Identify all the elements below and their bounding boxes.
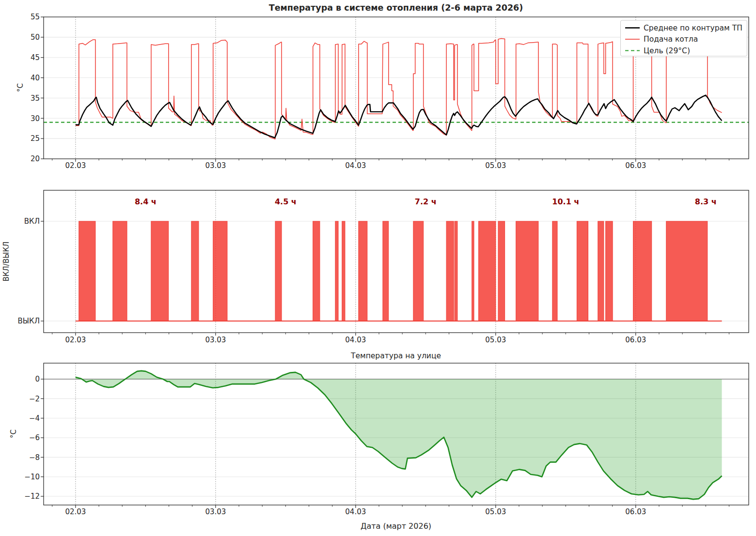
boiler-on-bar <box>113 221 127 321</box>
x-tick-label: 05.03 <box>485 161 506 170</box>
x-tick-label: 03.03 <box>205 336 226 344</box>
x-tick-label: 06.03 <box>625 336 646 344</box>
x-tick-label: 05.03 <box>485 507 506 516</box>
x-tick-label: 02.03 <box>65 161 86 170</box>
boiler-on-bar <box>313 221 320 321</box>
avg-circuits-line <box>76 95 722 138</box>
boiler-on-bar <box>479 221 496 321</box>
boiler-on-bar <box>606 221 613 321</box>
y-tick-label: −10 <box>24 473 40 481</box>
boiler-on-bar <box>413 221 424 321</box>
daily-hours-annotation: 10.1 ч <box>552 197 579 206</box>
daily-hours-annotation: 8.3 ч <box>695 197 717 206</box>
boiler-on-bar <box>455 221 457 321</box>
x-tick-label: 05.03 <box>485 336 506 344</box>
boiler-on-bar <box>359 221 367 321</box>
boiler-on-bar <box>516 221 538 321</box>
y-tick-label: −4 <box>29 414 40 423</box>
y-tick-label: 25 <box>31 134 40 143</box>
x-tick-label: 03.03 <box>205 507 226 516</box>
y-tick-label: 55 <box>31 13 40 21</box>
x-tick-label: 04.03 <box>345 161 366 170</box>
legend-label: Среднее по контурам ТП <box>644 24 742 32</box>
x-tick-label: 06.03 <box>625 161 646 170</box>
heating-dashboard-figure: 8.4 ч4.5 ч7.2 ч10.1 ч8.3 ч02.0302.0302.0… <box>0 0 756 536</box>
legend-label: Цель (29°C) <box>644 46 690 55</box>
y-tick-label: ВКЛ <box>24 217 40 226</box>
legend: Среднее по контурам ТППодача котлаЦель (… <box>621 20 747 56</box>
boiler-on-bar <box>577 221 588 321</box>
boiler-on-bar <box>335 221 338 321</box>
daily-hours-annotation: 4.5 ч <box>275 197 297 206</box>
boiler-on-bar <box>498 221 505 321</box>
panel1-ylabel: °C <box>16 83 25 92</box>
legend-label: Подача котла <box>644 35 698 44</box>
y-tick-label: 30 <box>31 114 40 123</box>
boiler-on-bar <box>79 221 95 321</box>
panel3-ylabel: °C <box>9 429 18 438</box>
x-tick-label: 06.03 <box>625 507 646 516</box>
panel2-ylabel: ВКЛ/ВЫКЛ <box>2 242 11 282</box>
panel-boiler-onoff: 8.4 ч4.5 ч7.2 ч10.1 ч8.3 ч <box>76 197 722 321</box>
panel-outdoor-temperature <box>76 371 722 499</box>
boiler-on-bar <box>666 221 708 321</box>
outdoor-temp-area <box>76 371 722 499</box>
y-tick-label: −2 <box>29 395 40 403</box>
boiler-on-bar <box>446 221 454 321</box>
y-tick-label: 35 <box>31 94 40 103</box>
boiler-on-bar <box>472 221 474 321</box>
daily-hours-annotation: 8.4 ч <box>135 197 157 206</box>
x-tick-label: 03.03 <box>205 161 226 170</box>
y-tick-label: 50 <box>31 33 40 42</box>
boiler-on-bar <box>383 221 389 321</box>
y-tick-label: ВЫКЛ <box>18 317 40 325</box>
x-axis-label: Дата (март 2026) <box>361 521 431 531</box>
y-tick-label: 45 <box>31 53 40 62</box>
y-tick-label: 20 <box>31 154 40 163</box>
y-tick-label: −12 <box>24 492 40 501</box>
y-tick-label: −8 <box>29 453 40 462</box>
x-tick-label: 04.03 <box>345 507 366 516</box>
boiler-on-bar <box>342 221 345 321</box>
figure-title: Температура в системе отопления (2-6 мар… <box>269 3 523 13</box>
x-tick-label: 04.03 <box>345 336 366 344</box>
boiler-on-bar <box>151 221 169 321</box>
boiler-on-bar <box>213 221 227 321</box>
daily-hours-annotation: 7.2 ч <box>415 197 437 206</box>
boiler-on-bar <box>275 221 282 321</box>
y-tick-label: −6 <box>29 433 40 442</box>
boiler-on-bar <box>598 221 604 321</box>
x-tick-label: 02.03 <box>65 336 86 344</box>
y-tick-label: 0 <box>35 375 40 383</box>
x-tick-label: 02.03 <box>65 507 86 516</box>
boiler-on-bar <box>633 221 652 321</box>
outdoor-panel-title: Температура на улице <box>350 352 441 360</box>
boiler-on-bar <box>191 221 199 321</box>
figure-canvas: 8.4 ч4.5 ч7.2 ч10.1 ч8.3 ч02.0302.0302.0… <box>0 0 756 536</box>
y-tick-label: 40 <box>31 74 40 82</box>
boiler-on-bar <box>552 221 557 321</box>
